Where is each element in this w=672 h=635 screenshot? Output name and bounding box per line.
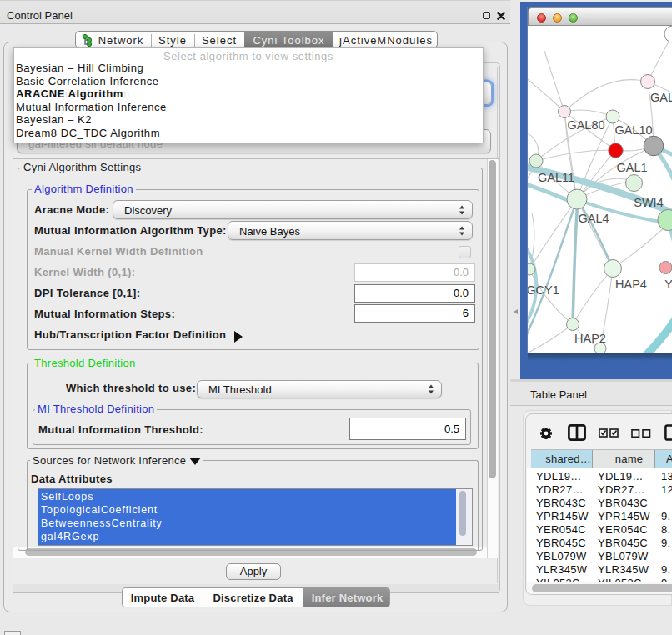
svg-text:GAL80: GAL80 <box>567 118 604 132</box>
svg-text:GAL11: GAL11 <box>538 171 574 184</box>
svg-text:GAL: GAL <box>650 91 672 104</box>
svg-text:GAL4: GAL4 <box>578 212 609 225</box>
svg-text:SWI4: SWI4 <box>634 196 663 209</box>
svg-text:HAP2: HAP2 <box>574 332 606 345</box>
svg-text:HAP4: HAP4 <box>615 278 647 291</box>
svg-text:Y: Y <box>664 278 672 291</box>
svg-text:GAL1: GAL1 <box>616 161 647 174</box>
svg-text:GAL10: GAL10 <box>614 123 652 137</box>
svg-text:GCY1: GCY1 <box>528 283 559 297</box>
